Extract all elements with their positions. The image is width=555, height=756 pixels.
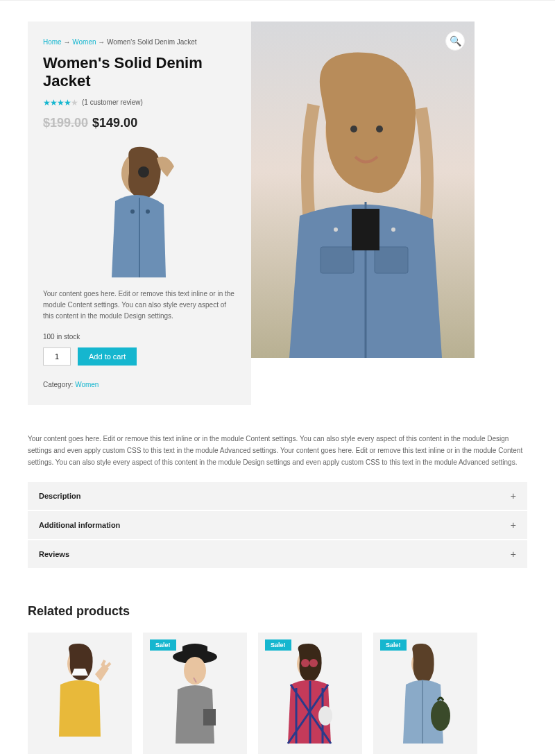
svg-point-19 (318, 706, 332, 725)
svg-rect-9 (352, 209, 379, 250)
sale-badge: Sale! (265, 639, 291, 651)
svg-point-1 (130, 209, 135, 214)
related-heading: Related products (28, 604, 527, 619)
star-rating: ★★★★★ (43, 98, 78, 108)
long-description: Your content goes here. Edit or remove t… (28, 433, 527, 468)
product-title: Women's Solid Denim Jacket (43, 54, 236, 91)
plus-icon: + (511, 519, 516, 531)
plus-icon: + (511, 490, 516, 501)
breadcrumb-home[interactable]: Home (43, 38, 62, 46)
product-card[interactable]: Mustard Sweatshirt For Women ★★★★★ $48.0… (28, 633, 132, 756)
svg-point-18 (309, 659, 318, 667)
short-description: Your content goes here. Edit or remove t… (43, 289, 236, 322)
zoom-icon[interactable]: 🔍 (445, 31, 465, 51)
sale-badge: Sale! (380, 639, 407, 651)
stock-status: 100 in stock (43, 333, 236, 341)
tab-description[interactable]: Description+ (28, 482, 527, 511)
sale-badge: Sale! (150, 639, 176, 651)
product-price: $199.00$149.00 (43, 116, 236, 130)
product-tabs: Description+ Additional information+ Rev… (28, 482, 527, 569)
svg-point-5 (350, 126, 357, 132)
product-card[interactable]: Sale! Women Denim Jacket ★★★★★ $29.00$20… (373, 633, 477, 756)
plus-icon: + (511, 549, 516, 560)
related-products: Mustard Sweatshirt For Women ★★★★★ $48.0… (28, 633, 527, 756)
svg-point-17 (301, 659, 309, 667)
svg-rect-15 (203, 709, 216, 725)
breadcrumb-current: Women's Solid Denim Jacket (107, 38, 197, 46)
svg-point-3 (138, 166, 149, 178)
breadcrumb: Home → Women → Women's Solid Denim Jacke… (43, 38, 236, 46)
svg-point-10 (334, 227, 338, 232)
breadcrumb-category[interactable]: Women (72, 38, 96, 46)
add-to-cart-button[interactable]: Add to cart (78, 347, 137, 366)
svg-point-11 (391, 227, 395, 232)
svg-point-2 (146, 209, 150, 214)
product-card[interactable]: Sale! Women Black Hat ★★★★★ $17.00$12.00 (143, 633, 247, 756)
product-info-panel: Home → Women → Women's Solid Denim Jacke… (28, 22, 251, 405)
svg-point-21 (431, 701, 450, 731)
reviews-link[interactable]: (1 customer review) (82, 98, 143, 106)
product-card[interactable]: Sale! Blue & Red Checked Hooded Shirt ★★… (258, 633, 362, 756)
tab-additional-info[interactable]: Additional information+ (28, 511, 527, 540)
tab-reviews[interactable]: Reviews+ (28, 540, 527, 569)
product-thumbnail (43, 139, 236, 277)
svg-rect-7 (321, 247, 354, 273)
svg-point-6 (376, 126, 383, 132)
product-main-image[interactable]: 🔍 (251, 22, 475, 358)
svg-rect-8 (375, 247, 408, 273)
category-link[interactable]: Women (75, 381, 99, 388)
quantity-input[interactable] (43, 347, 71, 366)
product-meta: Category: Women (43, 381, 236, 388)
